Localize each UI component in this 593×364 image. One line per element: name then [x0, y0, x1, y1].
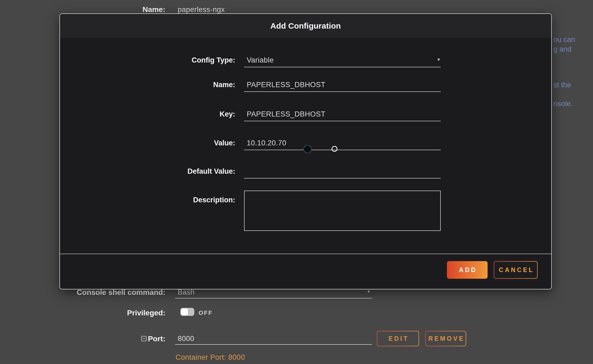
chevron-down-icon: ▼	[437, 57, 441, 62]
remove-button[interactable]: REMOVE	[425, 331, 466, 346]
description-label: Description:	[193, 196, 235, 204]
remove-button-label: REMOVE	[426, 331, 466, 346]
port-value: 8000	[178, 335, 194, 343]
move-cursor-icon	[303, 145, 312, 155]
value-label: Value:	[214, 139, 235, 147]
footer-divider	[60, 254, 551, 254]
name-value: PAPERLESS_DBHOST	[247, 81, 325, 89]
edit-button-label: EDIT	[377, 331, 419, 346]
help-text-fragment: st the	[553, 81, 571, 89]
key-label: Key:	[219, 110, 235, 118]
privileged-state: OFF	[199, 309, 213, 316]
toggle-knob	[181, 308, 188, 315]
input-underline	[244, 91, 441, 92]
port-label: Port:	[148, 335, 165, 343]
add-button[interactable]: ADD	[447, 261, 488, 279]
modal-header: Add Configuration	[60, 14, 551, 38]
input-underline	[244, 121, 441, 121]
config-type-value: Variable	[247, 56, 274, 64]
container-port-text: Container Port: 8000	[176, 353, 245, 362]
cancel-button[interactable]: CANCEL	[494, 261, 538, 279]
value-value: 10.10.20.70	[247, 139, 286, 147]
help-text-fragment: g and	[553, 45, 572, 53]
description-textarea[interactable]	[244, 191, 441, 231]
input-underline	[244, 178, 441, 179]
modal-title: Add Configuration	[270, 21, 341, 30]
selection-circle-icon	[332, 146, 337, 152]
chevron-down-icon: ▼	[367, 289, 371, 294]
key-value: PAPERLESS_DBHOST	[247, 110, 325, 118]
bg-name-label: Name:	[142, 5, 165, 14]
help-text-fragment: ou can	[553, 36, 575, 44]
name-label: Name:	[213, 81, 235, 89]
bg-name-value: paperless-ngx	[178, 6, 225, 14]
cancel-button-label: CANCEL	[494, 262, 537, 278]
port-input[interactable]: 8000	[175, 334, 372, 345]
privileged-toggle[interactable]	[180, 308, 194, 316]
privileged-label: Privileged:	[127, 309, 165, 317]
default-value-label: Default Value:	[187, 167, 235, 176]
input-underline	[244, 150, 441, 150]
config-type-label: Config Type:	[192, 56, 235, 64]
default-value-input[interactable]	[244, 165, 441, 179]
input-underline	[175, 344, 372, 345]
help-text-fragment: nsole.	[553, 100, 573, 108]
input-underline	[244, 67, 441, 67]
input-underline	[175, 298, 372, 299]
edit-button[interactable]: EDIT	[377, 331, 419, 346]
collapse-minus-icon[interactable]	[141, 336, 147, 341]
